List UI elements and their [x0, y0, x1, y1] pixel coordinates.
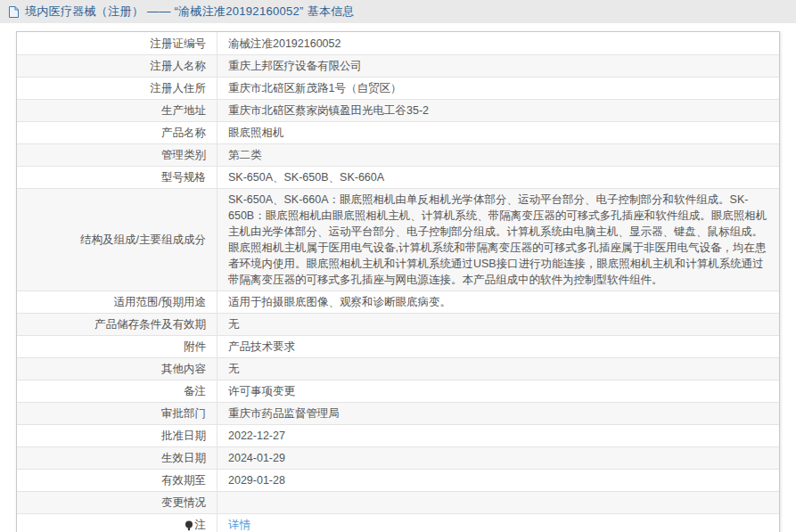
field-label: 产品储存条件及有效期	[17, 314, 217, 335]
field-label: 型号规格	[17, 167, 217, 188]
row-other-content: 其他内容 无	[17, 357, 779, 380]
field-label: 附件	[17, 336, 217, 357]
field-value: 详情	[217, 514, 779, 532]
field-label: 注册人名称	[17, 55, 217, 77]
field-value: 重庆上邦医疗设备有限公司	[217, 55, 779, 77]
field-label: 生产地址	[17, 100, 217, 121]
field-label: 产品名称	[17, 122, 217, 143]
page-title-bar: 境内医疗器械（注册） —— “渝械注准20192160052” 基本信息	[0, 0, 796, 23]
registration-info-table: 注册证编号 渝械注准20192160052 注册人名称 重庆上邦医疗设备有限公司…	[16, 31, 780, 532]
field-value: 重庆市北碚区新茂路1号（自贸区）	[217, 78, 779, 99]
field-label: 批准日期	[17, 425, 217, 446]
details-link[interactable]: 详情	[228, 517, 250, 532]
field-label: 生效日期	[17, 447, 217, 469]
row-note: 注 详情	[17, 513, 779, 532]
page-title: 境内医疗器械（注册） —— “渝械注准20192160052” 基本信息	[25, 4, 355, 20]
field-label: 备注	[17, 381, 217, 402]
row-management-class: 管理类别 第二类	[17, 143, 779, 166]
row-approval-department: 审批部门 重庆市药品监督管理局	[17, 402, 779, 424]
row-product-name: 产品名称 眼底照相机	[17, 121, 779, 143]
field-value: 许可事项变更	[217, 381, 779, 402]
field-value: 2022-12-27	[217, 425, 779, 446]
row-model-spec: 型号规格 SK-650A、SK-650B、SK-660A	[17, 166, 779, 188]
document-icon	[8, 5, 20, 19]
field-label: 管理类别	[17, 144, 217, 166]
field-value: 无	[217, 314, 779, 335]
field-value: 重庆市北碚区蔡家岗镇盈田光电工谷35-2	[217, 100, 779, 121]
field-value	[217, 492, 779, 513]
field-value: 渝械注准20192160052	[217, 32, 779, 54]
row-production-address: 生产地址 重庆市北碚区蔡家岗镇盈田光电工谷35-2	[17, 99, 779, 121]
bulb-icon	[185, 520, 193, 532]
row-structure-composition: 结构及组成/主要组成成分 SK-650A、SK-660A：眼底照相机由单反相机光…	[17, 188, 779, 291]
field-label: 注	[17, 514, 217, 532]
field-value: 适用于拍摄眼底图像、观察和诊断眼底病变。	[217, 291, 779, 313]
row-approval-date: 批准日期 2022-12-27	[17, 424, 779, 446]
field-label: 适用范围/预期用途	[17, 291, 217, 313]
field-label: 审批部门	[17, 403, 217, 424]
field-value: 产品技术要求	[217, 336, 779, 357]
field-label: 结构及组成/主要组成成分	[17, 189, 217, 291]
field-label: 注册证编号	[17, 32, 217, 54]
field-value: 第二类	[217, 144, 779, 166]
note-label-text: 注	[195, 517, 207, 532]
row-change-status: 变更情况	[17, 491, 779, 513]
row-expiry-date: 有效期至 2029-01-28	[17, 469, 779, 491]
structure-composition-text: SK-650A、SK-660A：眼底照相机由单反相机光学体部分、运动平台部分、电…	[228, 192, 770, 288]
field-value: 重庆市药品监督管理局	[217, 403, 779, 424]
field-value: SK-650A、SK-660A：眼底照相机由单反相机光学体部分、运动平台部分、电…	[217, 189, 779, 291]
field-label: 注册人住所	[17, 78, 217, 99]
field-label: 其他内容	[17, 358, 217, 380]
row-storage-conditions: 产品储存条件及有效期 无	[17, 313, 779, 335]
field-value: 眼底照相机	[217, 122, 779, 143]
field-label: 有效期至	[17, 470, 217, 491]
field-value: 2024-01-29	[217, 447, 779, 469]
row-registration-cert-number: 注册证编号 渝械注准20192160052	[17, 32, 779, 54]
row-registrant-name: 注册人名称 重庆上邦医疗设备有限公司	[17, 54, 779, 77]
row-intended-use: 适用范围/预期用途 适用于拍摄眼底图像、观察和诊断眼底病变。	[17, 291, 779, 313]
row-registrant-address: 注册人住所 重庆市北碚区新茂路1号（自贸区）	[17, 77, 779, 99]
row-attachments: 附件 产品技术要求	[17, 335, 779, 357]
field-label: 变更情况	[17, 492, 217, 513]
field-value: 2029-01-28	[217, 470, 779, 491]
field-value: SK-650A、SK-650B、SK-660A	[217, 167, 779, 188]
field-value: 无	[217, 358, 779, 380]
row-remarks: 备注 许可事项变更	[17, 380, 779, 402]
row-effective-date: 生效日期 2024-01-29	[17, 446, 779, 469]
